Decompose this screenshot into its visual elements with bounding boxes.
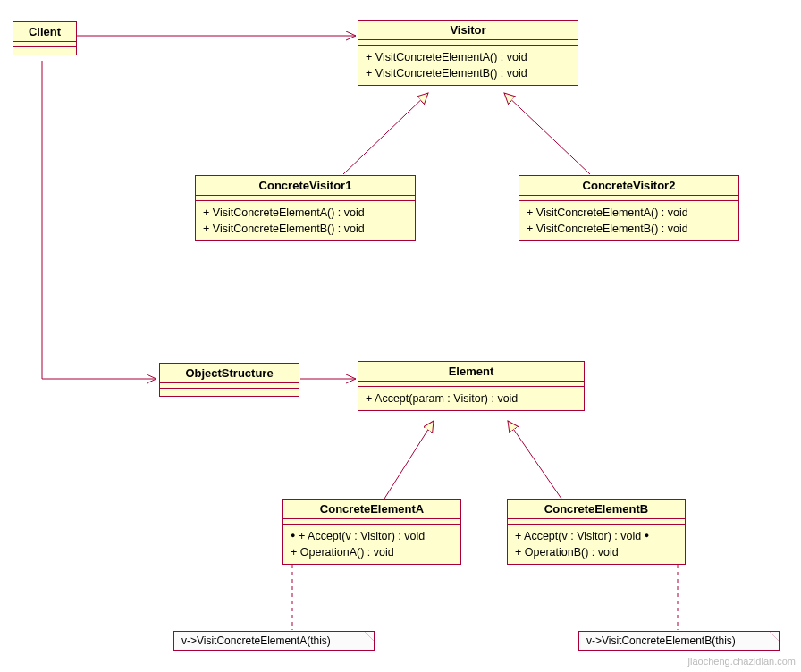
ceb-to-element-line: [508, 421, 561, 499]
cea-to-element-line: [384, 421, 434, 499]
note-a: v->VisitConcreteElementA(this): [173, 631, 375, 651]
class-object-structure: ObjectStructure: [159, 363, 299, 397]
note-b: v->VisitConcreteElementB(this): [578, 631, 780, 651]
cv1-to-visitor-line: [343, 93, 428, 174]
cea-op-0: ●+ Accept(v : Visitor) : void: [291, 528, 453, 544]
class-visitor-name: Visitor: [358, 21, 578, 40]
ceb-op-0-text: + Accept(v : Visitor) : void: [515, 530, 641, 542]
class-concrete-element-b: ConcreteElementB + Accept(v : Visitor) :…: [507, 499, 686, 565]
element-op-0: + Accept(param : Visitor) : void: [366, 391, 577, 407]
class-client-ops: [13, 47, 76, 55]
class-ceb-ops: + Accept(v : Visitor) : void● + Operatio…: [508, 525, 685, 564]
class-visitor-ops: + VisitConcreteElementA() : void + Visit…: [358, 46, 578, 85]
note-b-text: v->VisitConcreteElementB(this): [586, 634, 736, 647]
class-cea-ops: ●+ Accept(v : Visitor) : void + Operatio…: [283, 525, 460, 564]
class-os-name: ObjectStructure: [160, 364, 299, 383]
note-a-text: v->VisitConcreteElementA(this): [181, 634, 331, 647]
anchor-dot-icon: ●: [641, 530, 649, 542]
class-concrete-element-a: ConcreteElementA ●+ Accept(v : Visitor) …: [282, 499, 461, 565]
class-concrete-visitor2: ConcreteVisitor2 + VisitConcreteElementA…: [519, 175, 739, 241]
ceb-op-0: + Accept(v : Visitor) : void●: [515, 528, 678, 544]
cea-op-0-text: + Accept(v : Visitor) : void: [299, 530, 425, 542]
class-client: Client: [13, 21, 77, 55]
cea-op-1: + OperationA() : void: [291, 544, 453, 560]
client-to-objectstructure-line: [42, 61, 156, 379]
class-cv2-ops: + VisitConcreteElementA() : void + Visit…: [519, 201, 738, 240]
class-cv2-name: ConcreteVisitor2: [519, 176, 738, 196]
class-client-name: Client: [13, 22, 76, 42]
class-cea-name: ConcreteElementA: [283, 500, 460, 519]
class-cv1-name: ConcreteVisitor1: [196, 176, 415, 196]
cv1-op-0: + VisitConcreteElementA() : void: [203, 205, 408, 221]
ceb-op-1: + OperationB() : void: [515, 544, 678, 560]
visitor-op-1: + VisitConcreteElementB() : void: [366, 65, 570, 81]
watermark-text: jiaocheng.chazidian.com: [688, 656, 796, 667]
class-os-ops: [160, 389, 299, 396]
anchor-dot-icon: ●: [291, 530, 299, 542]
connector-layer: [0, 0, 801, 672]
class-concrete-visitor1: ConcreteVisitor1 + VisitConcreteElementA…: [195, 175, 416, 241]
cv2-op-0: + VisitConcreteElementA() : void: [527, 205, 731, 221]
cv2-op-1: + VisitConcreteElementB() : void: [527, 221, 731, 237]
cv2-to-visitor-line: [504, 93, 590, 174]
class-element-ops: + Accept(param : Visitor) : void: [358, 387, 584, 410]
class-element: Element + Accept(param : Visitor) : void: [358, 361, 585, 411]
class-ceb-name: ConcreteElementB: [508, 500, 685, 519]
class-visitor: Visitor + VisitConcreteElementA() : void…: [358, 20, 578, 86]
cv1-op-1: + VisitConcreteElementB() : void: [203, 221, 408, 237]
class-element-name: Element: [358, 362, 584, 382]
visitor-op-0: + VisitConcreteElementA() : void: [366, 49, 570, 65]
class-cv1-ops: + VisitConcreteElementA() : void + Visit…: [196, 201, 415, 240]
